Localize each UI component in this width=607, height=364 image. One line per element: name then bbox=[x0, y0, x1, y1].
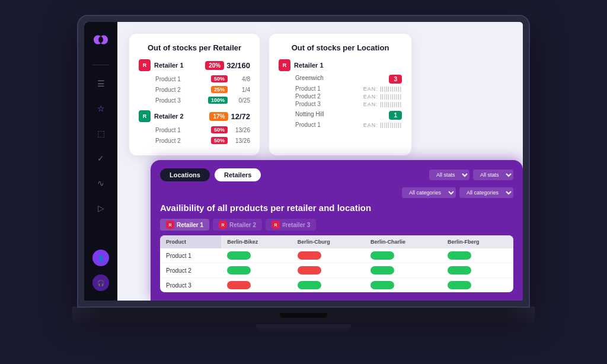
laptop-notch bbox=[280, 313, 327, 318]
logo bbox=[90, 31, 111, 50]
retailer-tab-1[interactable]: R Retailer 1 bbox=[160, 219, 209, 231]
rtab2-badge: R bbox=[219, 221, 227, 229]
location-retailer-badge: R bbox=[279, 59, 290, 71]
row2-c3 bbox=[365, 263, 442, 278]
retailer-card: Out of stocks per Retailer R Retailer 1 … bbox=[129, 34, 260, 155]
row1-c4 bbox=[442, 248, 513, 263]
row3-c2 bbox=[292, 278, 365, 293]
row3-c1 bbox=[221, 278, 291, 293]
greenwich-p2: Product 2 EAN: ||||||||||| bbox=[279, 93, 402, 100]
product-table: Product Berlin-Bikez Berlin-Cburg Berlin… bbox=[160, 235, 513, 292]
notting-hill-name: Notting Hill bbox=[295, 111, 324, 117]
support-avatar[interactable]: 🎧 bbox=[92, 274, 109, 291]
row2-product: Product 2 bbox=[160, 263, 221, 278]
retailer1-badge: R bbox=[139, 59, 151, 71]
notting-hill-p1: Product 1 EAN: ||||||||||| bbox=[279, 122, 402, 128]
col-berlin-bikez: Berlin-Bikez bbox=[221, 235, 291, 248]
retailer2-header: R Retailer 2 17% 12/72 bbox=[139, 110, 250, 122]
retailer2-badge: R bbox=[139, 110, 151, 122]
laptop-stand bbox=[256, 324, 351, 333]
retailer2-fraction: 12/72 bbox=[231, 112, 250, 121]
locations-tab[interactable]: Locations bbox=[160, 168, 210, 181]
r2-p1-fraction: 13/26 bbox=[232, 127, 250, 133]
chart-icon[interactable]: ∿ bbox=[94, 177, 107, 190]
rtab3-badge: R bbox=[271, 221, 280, 229]
r1-p1-pct: 50% bbox=[211, 75, 228, 82]
greenwich-name: Greenwich bbox=[295, 75, 324, 81]
retailer1-header: R Retailer 1 20% 32/160 bbox=[139, 59, 250, 71]
row1-c3 bbox=[365, 248, 442, 263]
retailer1-fraction: 32/160 bbox=[226, 61, 250, 70]
laptop-base bbox=[72, 306, 535, 324]
col-product: Product bbox=[160, 235, 221, 248]
play-icon[interactable]: ▷ bbox=[94, 202, 107, 215]
row1-c1 bbox=[221, 248, 291, 263]
retailers-tab[interactable]: Retailers bbox=[215, 168, 261, 181]
screen-bezel: ☰ ☆ ⬚ ✓ ∿ ▷ 👤 🎧 Out of stocks per Retail… bbox=[78, 16, 529, 306]
sidebar: ☰ ☆ ⬚ ✓ ∿ ▷ 👤 🎧 bbox=[84, 22, 117, 301]
screen-content: ☰ ☆ ⬚ ✓ ∿ ▷ 👤 🎧 Out of stocks per Retail… bbox=[84, 22, 523, 301]
table-row: Product 1 bbox=[160, 248, 513, 263]
r2-product1: Product 1 50% 13/26 bbox=[139, 124, 250, 135]
panel-title: Availibility of all products per retaile… bbox=[160, 203, 513, 213]
main-content: Out of stocks per Retailer R Retailer 1 … bbox=[117, 22, 523, 301]
filters-row-2: All categories All categories bbox=[160, 187, 513, 198]
filter-select-4[interactable]: All categories bbox=[459, 187, 513, 198]
bookmark-icon[interactable]: ⬚ bbox=[94, 127, 107, 140]
col-berlin-charlie: Berlin-Charlie bbox=[365, 235, 442, 248]
r1-p2-fraction: 1/4 bbox=[232, 87, 250, 93]
col-berlin-fberg: Berlin-Fberg bbox=[442, 235, 513, 248]
r2-p2-fraction: 13/26 bbox=[232, 138, 250, 144]
r1-product2: Product 2 25% 1/4 bbox=[139, 84, 250, 95]
r1-p3-pct: 100% bbox=[208, 97, 228, 104]
row2-c4 bbox=[442, 263, 513, 278]
retailer-sub-tabs: R Retailer 1 R Retailer 2 R #retailer 3 bbox=[160, 219, 513, 231]
table-row: Product 3 bbox=[160, 278, 513, 293]
row1-product: Product 1 bbox=[160, 248, 221, 263]
menu-icon[interactable]: ☰ bbox=[94, 77, 107, 90]
filter-select-1[interactable]: All stats bbox=[429, 170, 469, 180]
laptop-container: ☰ ☆ ⬚ ✓ ∿ ▷ 👤 🎧 Out of stocks per Retail… bbox=[72, 16, 535, 348]
row2-c2 bbox=[292, 263, 365, 278]
cards-row: Out of stocks per Retailer R Retailer 1 … bbox=[129, 34, 511, 155]
r2-p1-pct: 50% bbox=[211, 126, 228, 133]
r2-p2-pct: 50% bbox=[211, 137, 228, 144]
greenwich-count: 3 bbox=[389, 75, 402, 84]
r1-p2-pct: 25% bbox=[211, 86, 228, 93]
location-retailer-header: R Retailer 1 bbox=[279, 59, 402, 71]
location-retailer-name: Retailer 1 bbox=[294, 62, 324, 69]
r2-product2: Product 2 50% 13/26 bbox=[139, 135, 250, 146]
row3-product: Product 3 bbox=[160, 278, 221, 293]
notting-hill-section: Notting Hill 1 Product 1 EAN: ||||||||||… bbox=[279, 111, 402, 128]
retailer2-name: Retailer 2 bbox=[154, 113, 184, 120]
r1-p3-fraction: 0/25 bbox=[232, 97, 250, 104]
retailer-tab-3[interactable]: R #retailer 3 bbox=[266, 219, 316, 231]
row3-c4 bbox=[442, 278, 513, 293]
table-row: Product 2 bbox=[160, 263, 513, 278]
panel-filters: All stats All stats bbox=[429, 170, 513, 180]
panel-tabs-row: Locations Retailers All stats All stats bbox=[160, 168, 513, 181]
greenwich-section: Greenwich 3 Product 1 EAN: ||||||||||| P… bbox=[279, 75, 402, 107]
greenwich-p3: Product 3 EAN: ||||||||||| bbox=[279, 101, 402, 107]
retailer2-pct: 17% bbox=[209, 112, 228, 121]
notting-hill-count: 1 bbox=[389, 111, 402, 120]
location-card: Out of stocks per Location R Retailer 1 bbox=[269, 34, 411, 155]
retailer-tab-2[interactable]: R Retailer 2 bbox=[213, 219, 262, 231]
greenwich-p1: Product 1 EAN: ||||||||||| bbox=[279, 85, 402, 92]
r1-product1: Product 1 50% 4/8 bbox=[139, 74, 250, 84]
row3-c3 bbox=[365, 278, 442, 293]
r1-p1-fraction: 4/8 bbox=[232, 76, 250, 82]
purple-panel: Locations Retailers All stats All stats bbox=[151, 160, 523, 301]
retailer-card-title: Out of stocks per Retailer bbox=[139, 43, 250, 52]
filter-select-2[interactable]: All stats bbox=[473, 170, 513, 180]
sidebar-divider bbox=[92, 65, 109, 65]
filter-select-3[interactable]: All categories bbox=[402, 187, 456, 198]
r1-product3: Product 3 100% 0/25 bbox=[139, 95, 250, 106]
star-icon[interactable]: ☆ bbox=[94, 102, 107, 115]
col-berlin-cburg: Berlin-Cburg bbox=[292, 235, 365, 248]
check-icon[interactable]: ✓ bbox=[94, 152, 107, 165]
user-avatar[interactable]: 👤 bbox=[92, 250, 109, 266]
row2-c1 bbox=[221, 263, 291, 278]
retailer1-pct: 20% bbox=[205, 61, 224, 70]
row1-c2 bbox=[292, 248, 365, 263]
